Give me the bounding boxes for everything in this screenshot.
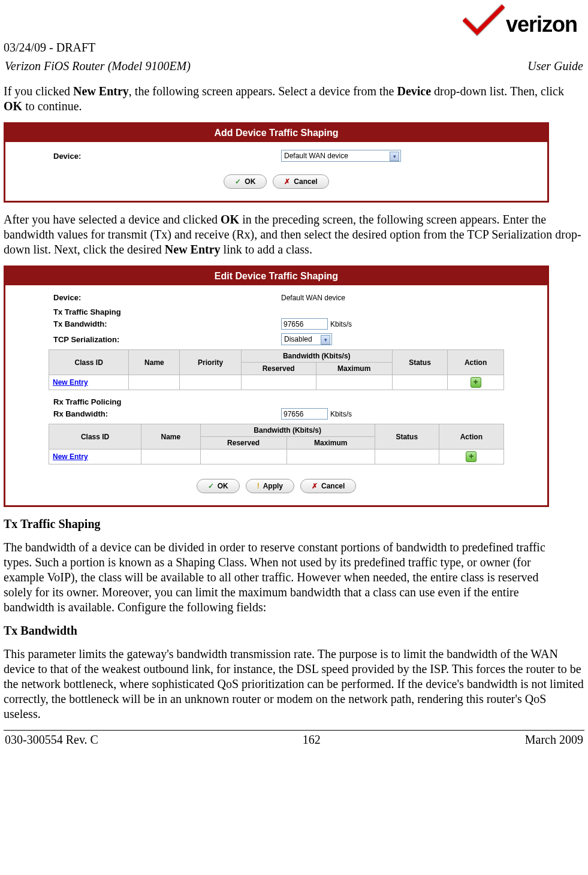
th-bw-group: Bandwidth (Kbits/s) [200, 424, 375, 437]
th-name: Name [141, 424, 200, 449]
device-label: Device: [53, 293, 281, 302]
footer-row: 030-300554 Rev. C 162 March 2009 [4, 733, 584, 747]
device-value: Default WAN device [281, 294, 345, 302]
th-priority: Priority [180, 350, 241, 375]
rx-bandwidth-row: Rx Bandwidth: Kbits/s [5, 406, 547, 421]
tx-bandwidth-input[interactable] [281, 318, 328, 330]
table-row: New Entry + [49, 449, 504, 464]
exclaim-icon: ! [257, 482, 260, 490]
footer-divider [4, 730, 584, 731]
plus-icon[interactable]: + [466, 451, 477, 462]
header-row: Verizon FiOS Router (Model 9100EM) User … [5, 59, 583, 73]
th-status: Status [375, 424, 439, 449]
x-icon: ✗ [312, 482, 318, 490]
verizon-logo: verizon [463, 2, 577, 37]
doc-title: Verizon FiOS Router (Model 9100EM) [5, 59, 191, 73]
panel1-title: Add Device Traffic Shaping [5, 124, 547, 142]
th-bw-group: Bandwidth (Kbits/s) [241, 350, 392, 363]
th-class-id: Class ID [49, 350, 129, 375]
tx-class-table: Class ID Name Priority Bandwidth (Kbits/… [49, 349, 504, 390]
device-select[interactable]: Default WAN device [281, 150, 401, 162]
rx-bandwidth-input[interactable] [281, 408, 328, 420]
footer-date: March 2009 [525, 733, 583, 747]
device-label: Device: [53, 152, 281, 161]
new-entry-link[interactable]: New Entry [53, 452, 88, 461]
tx-bandwidth-row: Tx Bandwidth: Kbits/s [5, 316, 547, 331]
ok-button[interactable]: ✓OK [224, 174, 267, 189]
tx-section-label: Tx Traffic Shaping [5, 304, 547, 316]
paragraph-1: If you clicked New Entry, the following … [4, 84, 584, 114]
rx-class-table: Class ID Name Bandwidth (Kbits/s) Status… [49, 424, 504, 464]
panel2-device-row: Device: Default WAN device [5, 291, 547, 304]
th-maximum: Maximum [316, 363, 392, 375]
cancel-button[interactable]: ✗Cancel [273, 174, 328, 189]
doc-subtitle: User Guide [527, 59, 583, 73]
tx-bw-heading: Tx Bandwidth [4, 623, 584, 638]
cancel-button[interactable]: ✗Cancel [300, 479, 356, 493]
tx-shaping-body: The bandwidth of a device can be divided… [4, 540, 567, 615]
panel1-device-row: Device: Default WAN device ▾ [5, 148, 547, 164]
th-maximum: Maximum [287, 437, 375, 449]
th-status: Status [392, 350, 447, 375]
th-name: Name [129, 350, 180, 375]
tcp-serialization-select[interactable]: Disabled [281, 333, 332, 345]
tcp-serialization-row: TCP Serialization: Disabled ▾ [5, 331, 547, 347]
new-entry-link[interactable]: New Entry [53, 378, 88, 387]
table-row: New Entry + [49, 375, 504, 390]
draft-date: 03/24/09 - DRAFT [4, 41, 584, 55]
add-device-panel: Add Device Traffic Shaping Device: Defau… [4, 122, 549, 203]
th-reserved: Reserved [200, 437, 287, 449]
tx-shaping-heading: Tx Traffic Shaping [4, 517, 584, 532]
footer-page: 162 [303, 733, 321, 747]
logo-text: verizon [506, 12, 577, 37]
th-action: Action [439, 424, 503, 449]
logo-area: verizon [4, 2, 584, 37]
th-class-id: Class ID [49, 424, 141, 449]
verizon-check-icon [463, 2, 505, 37]
apply-button[interactable]: !Apply [246, 479, 294, 493]
check-icon: ✓ [208, 482, 214, 490]
tx-bw-body: This parameter limits the gateway's band… [4, 647, 584, 722]
ok-button[interactable]: ✓OK [197, 479, 240, 493]
th-action: Action [448, 350, 504, 375]
check-icon: ✓ [235, 177, 241, 186]
rx-bw-label: Rx Bandwidth: [53, 409, 281, 418]
x-icon: ✗ [284, 177, 290, 186]
rx-section-label: Rx Traffic Policing [5, 394, 547, 406]
footer-rev: 030-300554 Rev. C [5, 733, 98, 747]
tx-bw-label: Tx Bandwidth: [53, 319, 281, 328]
tx-bw-unit: Kbits/s [330, 320, 352, 328]
edit-device-panel: Edit Device Traffic Shaping Device: Defa… [4, 265, 549, 507]
paragraph-2: After you have selected a device and cli… [4, 212, 584, 257]
tcp-ser-label: TCP Serialization: [53, 335, 281, 344]
th-reserved: Reserved [241, 363, 316, 375]
panel2-title: Edit Device Traffic Shaping [5, 267, 547, 285]
rx-bw-unit: Kbits/s [330, 410, 352, 418]
plus-icon[interactable]: + [471, 377, 481, 388]
